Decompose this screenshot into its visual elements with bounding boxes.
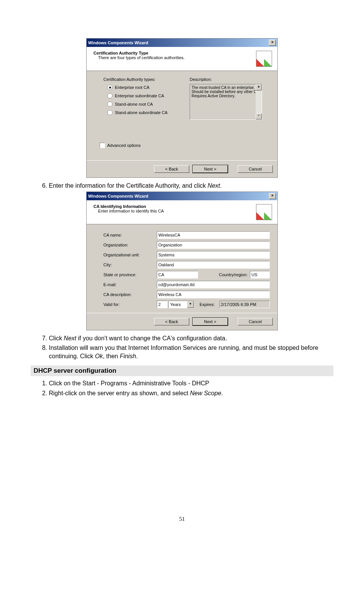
- ca-name-label: CA name:: [103, 233, 157, 237]
- ca-desc-label: CA description:: [103, 292, 157, 297]
- header-title: Certification Authority Type: [93, 51, 256, 55]
- valid-unit-value: Years: [169, 302, 187, 307]
- titlebar[interactable]: Windows Components Wizard ×: [87, 192, 277, 200]
- org-input[interactable]: Organization: [157, 241, 270, 249]
- radio-enterprise-root[interactable]: Enterprise root CA: [107, 85, 190, 90]
- expires-value: 2/17/2005 6:39 PM: [219, 301, 270, 308]
- header-subtitle: There are four types of certification au…: [98, 55, 256, 60]
- section-heading: DHCP server configuration: [31, 365, 333, 376]
- email-label: E-mail:: [103, 282, 157, 287]
- radio-icon[interactable]: [107, 101, 113, 107]
- window-title: Windows Components Wizard: [88, 40, 148, 45]
- next-button[interactable]: Next >: [193, 165, 228, 173]
- description-text: The most trusted CA in an enterprise. Sh…: [192, 85, 260, 98]
- button-bar: < Back Next > Cancel: [87, 313, 277, 330]
- header-title: CA Identifying Information: [93, 204, 256, 209]
- scrollbar[interactable]: ▲ ▼: [256, 84, 262, 119]
- windows-logo-icon: [256, 51, 272, 67]
- ou-input[interactable]: Systems: [157, 251, 270, 259]
- country-label: Country/region:: [200, 272, 248, 277]
- org-label: Organization:: [103, 243, 157, 247]
- back-button[interactable]: < Back: [154, 165, 189, 173]
- checkbox-label: Advanced options: [107, 143, 140, 148]
- radio-icon[interactable]: [107, 93, 113, 98]
- description-label: Description:: [190, 77, 270, 82]
- step-7: Click Next if you don't want to change t…: [49, 334, 333, 343]
- state-label: State or province:: [103, 272, 157, 277]
- close-icon[interactable]: ×: [269, 193, 276, 199]
- scroll-down-icon[interactable]: ▼: [256, 113, 262, 119]
- email-input[interactable]: cd@yourdomain.tld: [157, 281, 270, 288]
- valid-for-label: Valid for:: [103, 302, 157, 307]
- ou-label: Organizational unit:: [103, 253, 157, 257]
- scroll-up-icon[interactable]: ▲: [256, 84, 262, 90]
- windows-logo-icon: [256, 204, 272, 220]
- dhcp-step-2: Right-click on the server entry as shown…: [49, 389, 333, 398]
- radio-standalone-sub[interactable]: Stand-alone subordinate CA: [107, 110, 190, 115]
- instruction-list: Enter the information for the Certificat…: [31, 182, 333, 190]
- advanced-options-checkbox[interactable]: Advanced options: [100, 143, 270, 148]
- radio-icon[interactable]: [107, 110, 113, 115]
- window-title: Windows Components Wizard: [88, 194, 148, 198]
- radio-enterprise-sub[interactable]: Enterprise subordinate CA: [107, 93, 190, 98]
- header-subtitle: Enter information to identify this CA: [98, 209, 256, 213]
- wizard-header: CA Identifying Information Enter informa…: [87, 200, 277, 224]
- chevron-down-icon[interactable]: ▼: [187, 301, 194, 308]
- wizard-dialog-ca-info: Windows Components Wizard × CA Identifyi…: [86, 192, 278, 330]
- step-8: Installation will warn you that Internet…: [49, 344, 333, 360]
- next-button[interactable]: Next >: [193, 318, 228, 325]
- cancel-button[interactable]: Cancel: [238, 318, 273, 325]
- valid-number-input[interactable]: 2: [157, 301, 168, 308]
- radio-icon[interactable]: [107, 85, 113, 90]
- valid-unit-select[interactable]: Years ▼: [168, 301, 194, 308]
- close-icon[interactable]: ×: [269, 40, 276, 46]
- page-number: 51: [31, 516, 333, 522]
- city-input[interactable]: Oakland: [157, 261, 270, 269]
- checkbox-icon[interactable]: [100, 143, 105, 148]
- instruction-list: Click Next if you don't want to change t…: [31, 334, 333, 361]
- radio-label: Stand-alone subordinate CA: [115, 110, 168, 115]
- wizard-dialog-ca-type: Windows Components Wizard × Certificatio…: [86, 38, 278, 178]
- radio-label: Stand-alone root CA: [115, 102, 153, 106]
- button-bar: < Back Next > Cancel: [87, 160, 277, 177]
- wizard-header: Certification Authority Type There are f…: [87, 47, 277, 71]
- expires-label: Expires:: [200, 302, 215, 307]
- ca-desc-input[interactable]: Wireless CA: [157, 291, 270, 298]
- back-button[interactable]: < Back: [154, 318, 189, 325]
- dhcp-list: Click on the Start - Programs - Administ…: [31, 379, 333, 397]
- types-label: Certification Authority types:: [103, 77, 190, 82]
- dhcp-step-1: Click on the Start - Programs - Administ…: [49, 379, 333, 388]
- titlebar[interactable]: Windows Components Wizard ×: [87, 39, 277, 47]
- radio-label: Enterprise subordinate CA: [115, 93, 164, 98]
- step-6: Enter the information for the Certificat…: [49, 182, 333, 190]
- ca-name-input[interactable]: WirelessCA: [157, 231, 270, 239]
- country-input[interactable]: US: [250, 271, 270, 279]
- city-label: City:: [103, 262, 157, 267]
- radio-standalone-root[interactable]: Stand-alone root CA: [107, 101, 190, 107]
- description-box: The most trusted CA in an enterprise. Sh…: [190, 84, 262, 120]
- state-input[interactable]: CA: [157, 271, 198, 279]
- radio-label: Enterprise root CA: [115, 85, 149, 90]
- cancel-button[interactable]: Cancel: [238, 165, 273, 173]
